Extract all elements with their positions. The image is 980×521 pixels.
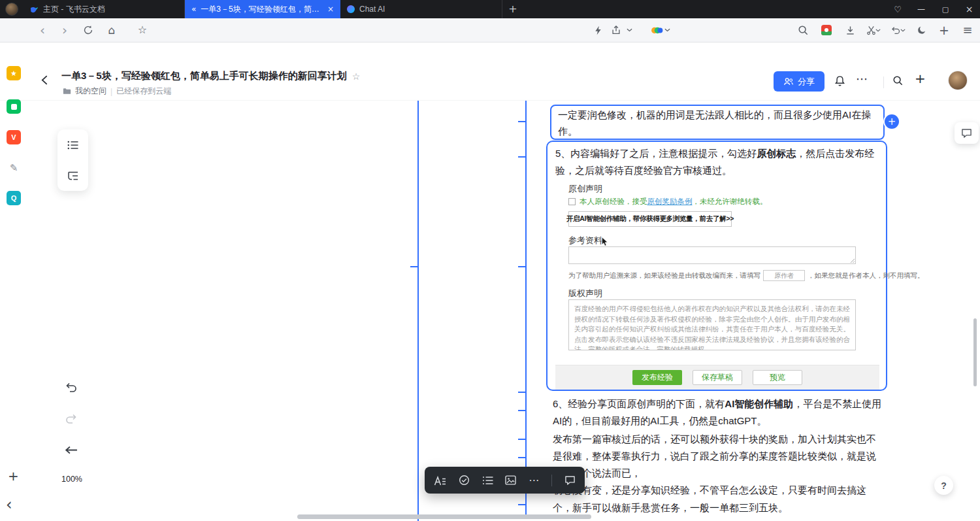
- tab-close-icon[interactable]: ×: [327, 5, 334, 13]
- share-label: 分享: [798, 76, 815, 88]
- insert-block-button[interactable]: +: [885, 114, 899, 129]
- browser-menu-button[interactable]: ≡: [959, 22, 976, 39]
- mouse-cursor-icon: [601, 237, 608, 246]
- reload-button[interactable]: [80, 22, 97, 39]
- browser-window: 主页 - 飞书云文档 « 一单3－5块，写经验领红包，简单易 × Chat AI…: [0, 0, 980, 521]
- dark-mode-moon-button[interactable]: [913, 22, 930, 39]
- browser-toolbar: ‹ › ⌂ ☆ + ≡: [0, 18, 980, 42]
- copyright-label: 版权声明: [568, 288, 602, 299]
- window-minimize-button[interactable]: —: [910, 0, 932, 18]
- vertical-scrollbar[interactable]: [973, 318, 977, 386]
- fit-width-button[interactable]: [64, 445, 78, 455]
- publish-button: 发布经验: [632, 370, 682, 385]
- download-button[interactable]: [841, 22, 858, 39]
- doc-create-button[interactable]: +: [915, 72, 926, 85]
- profiles-dropdown-chevron-icon[interactable]: [662, 22, 672, 39]
- insert-image-icon[interactable]: [505, 475, 516, 485]
- ext-v-app-icon[interactable]: V: [7, 130, 21, 144]
- history-dropdown-chevron-icon[interactable]: [899, 22, 907, 39]
- notifications-bell-button[interactable]: [834, 75, 845, 87]
- doc-more-button[interactable]: ⋯: [856, 73, 868, 85]
- embedded-screenshot-baidu-publish[interactable]: 原创声明 本人原创经验，接受原创奖励条例，未经允许谢绝转载。 开启AI智能创作辅…: [555, 179, 879, 390]
- help-button[interactable]: ?: [934, 476, 953, 495]
- user-avatar[interactable]: [949, 71, 967, 90]
- toolbar-add-button[interactable]: +: [936, 22, 953, 39]
- tab-chat-ai[interactable]: Chat AI: [340, 0, 502, 18]
- sidebar-collapse-button[interactable]: ‹: [6, 497, 12, 513]
- ext-favorites-icon[interactable]: ★: [7, 66, 21, 80]
- doc-search-button[interactable]: [892, 75, 903, 86]
- doc-back-button[interactable]: [39, 75, 50, 86]
- extension-logo-icon[interactable]: [818, 22, 835, 39]
- send-dropdown-chevron-icon[interactable]: [625, 22, 634, 39]
- original-author-input: [763, 270, 805, 281]
- nav-forward-button[interactable]: ›: [56, 22, 73, 39]
- format-more-icon[interactable]: ⋯: [529, 475, 539, 486]
- window-maximize-button[interactable]: ▢: [934, 0, 956, 18]
- paragraph-core[interactable]: 初心没有变，还是分享知识经验，不管平台怎么设定，只要有时间去搞这个，新手可以做新…: [553, 481, 883, 516]
- share-button[interactable]: 分享: [774, 71, 825, 92]
- source-note-tail: ，如果您就是作者本人，则不用填写。: [808, 271, 924, 280]
- favorites-heart-icon[interactable]: ♡: [889, 0, 907, 18]
- save-status: 已经保存到云端: [116, 86, 171, 97]
- step5-bold-text: 原创标志: [757, 148, 796, 159]
- original-checkbox-text: 本人原创经验，接受原创奖励条例，未经允许谢绝转载。: [580, 197, 768, 207]
- favorite-star-icon[interactable]: ☆: [352, 72, 361, 81]
- sidebar-add-button[interactable]: +: [8, 469, 19, 482]
- horizontal-scrollbar[interactable]: [297, 514, 591, 519]
- feishu-favicon: [30, 5, 39, 14]
- reward-rules-link: 原创奖励条例: [647, 197, 693, 205]
- paragraph-reward[interactable]: 发布第一篇审核过后的话，还可以额外获得十块的奖励，加入计划其实也不是很难，整体要…: [553, 431, 885, 482]
- ext-notes-pencil-icon[interactable]: ✎: [7, 161, 21, 175]
- send-to-device-button[interactable]: [608, 22, 625, 39]
- undo-button[interactable]: [65, 381, 78, 393]
- check-circle-icon[interactable]: [459, 475, 470, 486]
- format-bar-divider: [551, 475, 552, 486]
- selection-rail-left: [417, 101, 419, 521]
- comments-side-button[interactable]: [955, 122, 979, 144]
- comment-bubble-icon[interactable]: [564, 475, 576, 486]
- tab-current-doc[interactable]: « 一单3－5块，写经验领红包，简单易 ×: [185, 0, 340, 18]
- block-rail-tick: [518, 392, 527, 393]
- list-format-icon[interactable]: [482, 476, 493, 485]
- screenshot-dropdown-chevron-icon[interactable]: [874, 22, 882, 39]
- breadcrumb-space[interactable]: 我的空间: [75, 86, 106, 97]
- original-checkbox: [568, 198, 576, 205]
- nav-back-button[interactable]: ‹: [34, 22, 51, 39]
- outline-tree-button[interactable]: [57, 160, 88, 191]
- block-rail-tick: [518, 266, 527, 267]
- tab-label: 一单3－5块，写经验领红包，简单易: [201, 4, 323, 15]
- boost-lightning-button[interactable]: [589, 22, 606, 39]
- reference-input: [568, 246, 856, 264]
- window-close-button[interactable]: ×: [958, 0, 980, 18]
- text-style-icon[interactable]: [434, 475, 446, 486]
- source-note-row: 为了帮助用户追溯来源，如果该经验是由转载改编而来，请填写 ，如果您就是作者本人，…: [568, 270, 924, 281]
- step6-text: 6、经验分享页面原创声明的下面，就有: [553, 398, 725, 409]
- block-rail-tick: [518, 457, 527, 458]
- new-tab-button[interactable]: +: [506, 2, 520, 16]
- resize-handle-icon: [850, 258, 855, 263]
- doc-block-step5[interactable]: 5、内容编辑好了之后，注意根据提示，勾选好原创标志，然后点击发布经验，之后就等待…: [546, 141, 887, 391]
- toc-button[interactable]: [57, 129, 88, 160]
- browser-titlebar: 主页 - 飞书云文档 « 一单3－5块，写经验领红包，简单易 × Chat AI…: [0, 0, 980, 18]
- step5-text: 5、内容编辑好了之后，注意根据提示，勾选好: [555, 148, 757, 159]
- ext-wechat-icon[interactable]: [7, 99, 21, 114]
- toolbar-search-button[interactable]: [794, 22, 811, 39]
- block-rail-tick: [518, 410, 527, 411]
- step6-paragraph[interactable]: 6、经验分享页面原创声明的下面，就有AI智能创作辅助，平台是不禁止使用AI的，但…: [553, 395, 883, 429]
- block-rail-tick: [410, 266, 419, 267]
- copyright-text-box: 百度经验的用户不得侵犯包括他人的著作权在内的知识产权以及其他合法权利，请勿在未经…: [568, 299, 856, 350]
- tab-label: 主页 - 飞书云文档: [43, 4, 178, 15]
- block-rail-tick: [518, 504, 527, 505]
- tab-feishu-home[interactable]: 主页 - 飞书云文档: [24, 0, 185, 18]
- home-button[interactable]: ⌂: [103, 22, 120, 39]
- zoom-level[interactable]: 100%: [61, 475, 82, 484]
- doc-block-tip[interactable]: 一定要润色修改，机器的用词是无法跟人相比的，而且很多少使用AI在操作。: [550, 105, 885, 140]
- original-declaration-label: 原创声明: [568, 183, 602, 195]
- redo-button[interactable]: [65, 412, 78, 424]
- browser-profile-avatar[interactable]: [5, 3, 18, 16]
- step5-paragraph[interactable]: 5、内容编辑好了之后，注意根据提示，勾选好原创标志，然后点击发布经验，之后就等待…: [555, 145, 881, 179]
- ext-q-app-icon[interactable]: Q: [7, 191, 21, 205]
- bookmark-star-button[interactable]: ☆: [134, 22, 151, 39]
- source-note-text: 为了帮助用户追溯来源，如果该经验是由转载改编而来，请填写: [568, 271, 760, 280]
